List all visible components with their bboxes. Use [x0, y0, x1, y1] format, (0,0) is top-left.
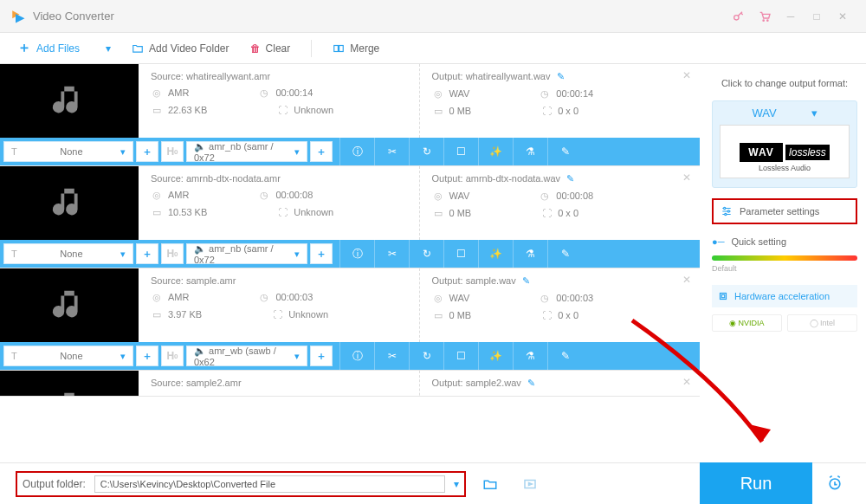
edit-tool-5[interactable]: ⚗ — [513, 342, 547, 370]
toolbar: ＋ Add Files ▾ Add Video Folder 🗑 Clear M… — [0, 33, 866, 64]
subtitle-select[interactable]: None▾ — [3, 243, 133, 264]
subtitle-select[interactable]: None▾ — [3, 141, 133, 162]
edit-tool-4[interactable]: ✨ — [478, 342, 513, 370]
svg-point-6 — [727, 210, 729, 212]
remove-item-button[interactable]: ✕ — [682, 171, 691, 184]
edit-icon[interactable]: ✎ — [557, 71, 565, 81]
format-icon: ◎ — [151, 291, 163, 303]
resolution-icon: ⛶ — [540, 105, 553, 117]
add-subtitle-button[interactable]: ＋ — [136, 243, 158, 264]
intel-badge: ◯Intel — [787, 314, 857, 332]
item-action-bar: None▾ ＋ H0 🔈 amr_nb (samr / 0x72▾ ＋ ⓘ✂↻☐… — [0, 138, 700, 165]
open-folder-button[interactable] — [475, 470, 506, 498]
edit-icon[interactable]: ✎ — [522, 275, 530, 286]
audio-select[interactable]: 🔈 amr_nb (samr / 0x72▾ — [186, 141, 307, 162]
output-folder-input[interactable] — [94, 475, 445, 493]
remove-item-button[interactable]: ✕ — [682, 69, 691, 81]
edit-tool-1[interactable]: ✂ — [374, 240, 409, 268]
edit-tool-4[interactable]: ✨ — [478, 240, 513, 268]
chevron-down-icon[interactable]: ▾ — [454, 478, 459, 490]
audio-select[interactable]: 🔈 amr_wb (sawb / 0x62▾ — [186, 346, 307, 366]
add-audio-button[interactable]: ＋ — [310, 346, 333, 366]
edit-tool-1[interactable]: ✂ — [374, 138, 409, 165]
quality-slider[interactable]: Default — [712, 255, 857, 273]
add-subtitle-button[interactable]: ＋ — [136, 346, 158, 366]
clear-button[interactable]: 🗑 Clear — [250, 42, 291, 55]
schedule-button[interactable] — [818, 462, 852, 504]
edit-tool-6[interactable]: ✎ — [547, 138, 582, 165]
svg-rect-9 — [721, 294, 725, 298]
source-info: Source: sample.amr ◎AMR ◷00:00:03 ▭3.97 … — [139, 268, 419, 342]
output-info: ✕ Output: whatireallywant.wav ✎ ◎WAV ◷00… — [419, 64, 701, 138]
minimize-button[interactable]: ─ — [778, 8, 804, 25]
thumbnail[interactable] — [0, 64, 139, 138]
edit-icon[interactable]: ✎ — [527, 378, 535, 388]
edit-tool-2[interactable]: ↻ — [409, 342, 443, 370]
thumbnail[interactable] — [0, 268, 139, 342]
quick-setting[interactable]: ●─ Quick setting — [712, 236, 857, 247]
add-audio-button[interactable]: ＋ — [310, 243, 333, 264]
run-button[interactable]: Run — [700, 462, 812, 504]
format-name: WAV — [752, 107, 776, 120]
maximize-button[interactable]: □ — [804, 8, 830, 25]
resolution-icon: ⛶ — [276, 206, 288, 218]
item-action-bar: None▾ ＋ H0 🔈 amr_wb (sawb / 0x62▾ ＋ ⓘ✂↻☐… — [0, 342, 700, 370]
edit-tool-6[interactable]: ✎ — [547, 240, 582, 268]
edit-icon[interactable]: ✎ — [566, 173, 574, 184]
remove-item-button[interactable]: ✕ — [682, 274, 691, 286]
merge-icon — [333, 42, 345, 55]
edit-tool-0[interactable]: ⓘ — [339, 342, 374, 370]
h-button[interactable]: H0 — [161, 141, 184, 162]
close-button[interactable]: ✕ — [830, 8, 856, 25]
chevron-down-icon: ▾ — [811, 107, 818, 120]
edit-tool-2[interactable]: ↻ — [409, 138, 443, 165]
source-info: Source: whatireallywant.amr ◎AMR ◷00:00:… — [139, 64, 419, 138]
thumbnail[interactable] — [0, 371, 139, 397]
edit-tool-5[interactable]: ⚗ — [513, 240, 547, 268]
edit-tool-6[interactable]: ✎ — [547, 342, 582, 370]
source-info: Source: amrnb-dtx-nodata.amr ◎AMR ◷00:00… — [139, 166, 419, 240]
format-card[interactable]: WAV▾ WAV lossless Lossless Audio — [712, 100, 857, 188]
media-folder-button[interactable] — [514, 470, 546, 498]
remove-item-button[interactable]: ✕ — [682, 376, 691, 388]
edit-tool-4[interactable]: ✨ — [478, 138, 513, 165]
plus-icon: ＋ — [17, 39, 31, 57]
edit-tool-3[interactable]: ☐ — [443, 138, 478, 165]
add-files-label: Add Files — [36, 42, 80, 55]
svg-point-0 — [734, 15, 739, 19]
format-icon: ◎ — [432, 190, 444, 202]
add-files-button[interactable]: ＋ Add Files ▾ — [17, 39, 111, 57]
add-subtitle-button[interactable]: ＋ — [136, 141, 158, 162]
lossless-sub: Lossless Audio — [726, 164, 843, 172]
sliders-icon — [721, 205, 733, 217]
edit-tool-5[interactable]: ⚗ — [513, 138, 547, 165]
svg-rect-8 — [721, 294, 727, 300]
add-folder-button[interactable]: Add Video Folder — [132, 42, 229, 55]
hardware-accel-toggle[interactable]: Hardware acceleration — [712, 285, 857, 307]
merge-button[interactable]: Merge — [333, 42, 379, 55]
titlebar: Video Converter ─ □ ✕ — [0, 0, 866, 33]
h-button[interactable]: H0 — [161, 243, 184, 264]
audio-select[interactable]: 🔈 amr_nb (samr / 0x72▾ — [186, 243, 307, 264]
source-info: Source: sample2.amr — [139, 371, 419, 397]
edit-tool-0[interactable]: ⓘ — [339, 240, 374, 268]
edit-tool-0[interactable]: ⓘ — [339, 138, 374, 165]
thumbnail[interactable] — [0, 166, 139, 240]
resolution-icon: ⛶ — [540, 309, 553, 321]
clock-icon: ◷ — [258, 291, 270, 303]
output-folder-label: Output folder: — [23, 478, 86, 490]
svg-point-5 — [724, 207, 726, 209]
cart-icon[interactable] — [752, 8, 778, 25]
edit-tool-2[interactable]: ↻ — [409, 240, 443, 268]
clock-icon: ◷ — [258, 87, 270, 99]
edit-tool-3[interactable]: ☐ — [443, 240, 478, 268]
add-audio-button[interactable]: ＋ — [310, 141, 333, 162]
clear-label: Clear — [266, 42, 291, 55]
format-icon: ◎ — [151, 87, 163, 99]
subtitle-select[interactable]: None▾ — [3, 346, 133, 366]
h-button[interactable]: H0 — [161, 346, 184, 366]
vip-icon[interactable] — [726, 8, 752, 25]
edit-tool-3[interactable]: ☐ — [443, 342, 478, 370]
parameter-settings-button[interactable]: Parameter settings — [712, 198, 857, 224]
edit-tool-1[interactable]: ✂ — [374, 342, 409, 370]
